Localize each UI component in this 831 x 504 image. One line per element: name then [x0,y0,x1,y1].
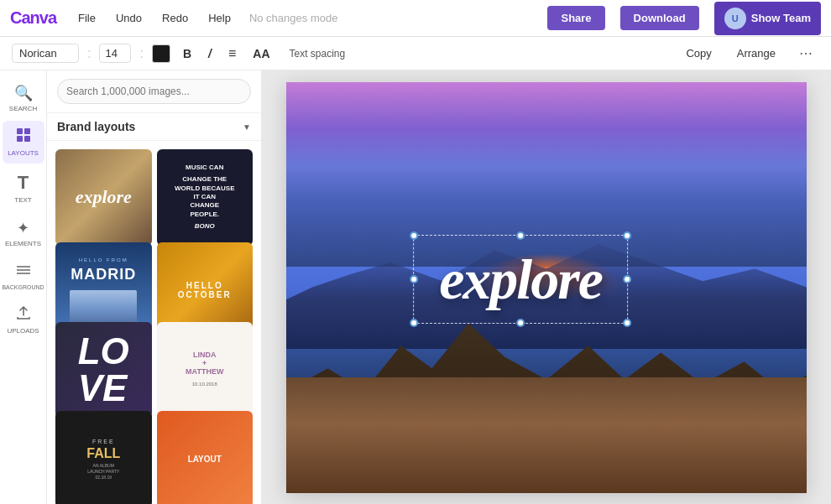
nav-undo[interactable]: Undo [111,8,147,28]
background-icon [16,262,31,282]
foreground [286,377,807,492]
align-button[interactable]: ≡ [224,44,240,63]
sidebar-item-text[interactable]: T TEXT [3,165,44,210]
no-changes-status: No changes mode [249,12,338,24]
sidebar-item-uploads[interactable]: UPLOADS [3,299,44,341]
copy-button[interactable]: Copy [677,44,719,63]
list-item[interactable]: LINDA+MATTHEW 10.10.2018 [157,322,253,418]
elements-icon: ✦ [17,219,29,237]
handle-bottom-mid[interactable] [516,319,525,327]
more-options-button[interactable]: ⋯ [792,42,819,65]
show-team-button[interactable]: U Show Team [714,2,821,35]
svg-rect-1 [24,128,30,134]
layouts-grid: explore MUSIC CAN CHANGE THE WORLD BECAU… [47,141,261,504]
search-input[interactable] [57,79,251,104]
text-spacing-button[interactable]: Text spacing [283,45,353,62]
list-item[interactable]: MUSIC CAN CHANGE THE WORLD BECAUSE IT CA… [157,149,253,246]
toolbar: Norican : 14 : B / ≡ AA Text spacing Cop… [0,37,831,70]
panel-header: Brand layouts ▼ [47,113,261,141]
main-layout: 🔍 SEARCH LAYOUTS T TEXT ✦ ELEMENTS [0,70,831,504]
sidebar-item-search[interactable]: 🔍 SEARCH [3,77,44,119]
canvas-background[interactable]: explore [286,82,807,493]
handle-top-mid[interactable] [516,231,525,240]
font-size-selector[interactable]: 14 [99,44,131,63]
font-color-picker[interactable] [152,44,170,63]
list-item[interactable]: FREE FALL AN ALBUMLAUNCH PARTY02.18.19 [55,411,152,504]
list-item[interactable]: LOVE [55,322,152,418]
arrange-button[interactable]: Arrange [729,44,784,63]
handle-bottom-right[interactable] [623,319,631,327]
top-nav: Canva File Undo Redo Help No changes mod… [0,0,831,37]
search-icon: 🔍 [14,84,33,102]
font-name-selector[interactable]: Norican [12,44,79,63]
handle-bottom-left[interactable] [410,319,418,327]
canvas-area: explore [262,70,831,504]
handle-mid-right[interactable] [623,275,631,283]
download-button[interactable]: Download [620,6,699,30]
panel-title: Brand layouts [57,120,135,133]
sidebar-item-background[interactable]: BACKGROUND [3,256,44,297]
bold-button[interactable]: B [179,45,196,62]
aa-button[interactable]: AA [248,45,274,62]
uploads-icon [16,305,31,325]
handle-top-left[interactable] [410,231,418,240]
list-item[interactable]: LAYOUT [157,411,253,504]
dropdown-arrow-icon[interactable]: ▼ [243,122,251,132]
svg-rect-3 [24,136,30,142]
handle-top-right[interactable] [623,231,631,240]
nav-file[interactable]: File [73,8,101,28]
text-selection-box[interactable]: explore [413,235,628,324]
sidebar-item-layouts[interactable]: LAYOUTS [3,121,44,164]
canva-logo[interactable]: Canva [10,8,56,28]
search-bar [47,70,261,113]
sidebar-icons: 🔍 SEARCH LAYOUTS T TEXT ✦ ELEMENTS [0,70,47,504]
explore-text: explore [439,247,602,311]
canvas-wrapper: explore [286,82,807,493]
left-panel: Brand layouts ▼ explore MUSIC CAN CHANGE… [47,70,262,504]
avatar: U [724,8,746,29]
layouts-icon [16,127,31,147]
sidebar-item-elements[interactable]: ✦ ELEMENTS [3,212,44,254]
list-item[interactable]: explore [55,149,152,246]
svg-rect-0 [17,128,23,134]
share-button[interactable]: Share [547,6,604,30]
handle-mid-left[interactable] [410,275,418,283]
nav-redo[interactable]: Redo [157,8,193,28]
text-icon: T [18,172,29,194]
svg-rect-2 [17,136,23,142]
nav-help[interactable]: Help [203,8,236,28]
italic-button[interactable]: / [204,45,216,62]
